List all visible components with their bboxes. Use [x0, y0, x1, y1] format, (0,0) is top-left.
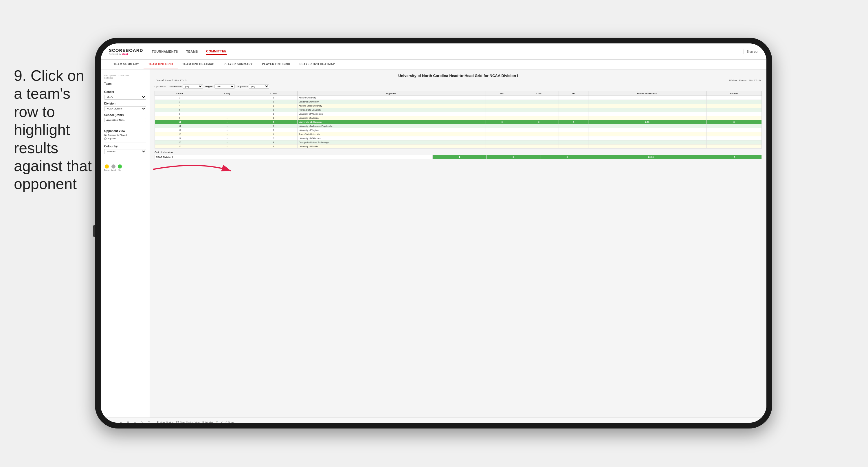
table-cell: 2 — [249, 112, 298, 116]
table-cell — [519, 124, 559, 128]
bottom-toolbar: ↩ ↪ ↩ ⊞ ✂ ⟳ ⏱ | 👁 View: Original 💾 Save … — [101, 417, 767, 423]
colour-by-select[interactable]: Win/loss — [104, 149, 146, 154]
clipboard-btn[interactable]: 📋 — [216, 421, 219, 423]
redo-btn[interactable]: ↪ — [112, 420, 116, 423]
table-cell: 1 — [249, 96, 298, 100]
gender-label: Gender — [104, 90, 146, 93]
table-cell: - — [205, 108, 249, 112]
out-div-tie: 0 — [540, 155, 594, 159]
save-icon: 💾 — [176, 421, 179, 423]
refresh-btn[interactable]: ⟳ — [140, 420, 144, 423]
filter-row: Opponents: Conference (All) Region (All) — [155, 84, 762, 89]
col-reg: # Reg — [205, 91, 249, 96]
table-cell — [485, 140, 519, 144]
view-original-btn[interactable]: 👁 View: Original — [157, 421, 174, 423]
back-btn[interactable]: ↩ — [119, 420, 123, 423]
table-cell: 15 — [155, 140, 205, 144]
table-cell — [588, 140, 706, 144]
tab-player-h2h-grid[interactable]: PLAYER H2H GRID — [257, 60, 295, 69]
table-cell — [559, 116, 588, 120]
table-cell — [559, 96, 588, 100]
tab-player-summary[interactable]: PLAYER SUMMARY — [219, 60, 257, 69]
table-cell: 9 — [155, 116, 205, 120]
region-select[interactable]: (All) — [214, 84, 235, 89]
sign-out-link[interactable]: Sign out — [747, 50, 758, 53]
share-btn[interactable]: ↗ Share — [225, 421, 234, 423]
cut-btn[interactable]: ✂ — [132, 420, 137, 423]
table-row[interactable]: 8-2University of Washington — [155, 112, 762, 116]
tab-team-summary[interactable]: TEAM SUMMARY — [109, 60, 144, 69]
table-cell: 2.61 — [588, 120, 706, 124]
table-cell — [588, 100, 706, 104]
col-opponent: Opponent — [298, 91, 485, 96]
legend-level-icon — [112, 165, 116, 169]
radio-opponents-played-icon — [104, 134, 106, 136]
table-row[interactable]: 4-1Arizona State University — [155, 104, 762, 108]
table-cell: - — [205, 112, 249, 116]
out-div-loss: 0 — [486, 155, 540, 159]
table-cell — [519, 132, 559, 136]
out-div-rounds: 3 — [708, 155, 762, 159]
grid-btn[interactable]: ⊞ — [126, 420, 130, 423]
tab-player-h2h-heatmap[interactable]: PLAYER H2H HEATMAP — [295, 60, 340, 69]
watch-btn[interactable]: 👁 Watch ▾ — [202, 421, 214, 423]
grid-records: Overall Record: 89 - 17 - 0 Division Rec… — [155, 79, 762, 82]
tab-team-h2h-grid[interactable]: TEAM H2H GRID — [144, 60, 178, 69]
table-cell: - — [205, 116, 249, 120]
table-row[interactable]: 12-3University of Virginia — [155, 128, 762, 132]
radio-opponents-played[interactable]: Opponents Played — [104, 134, 146, 136]
table-cell — [559, 100, 588, 104]
opponent-select[interactable]: (All) — [249, 84, 269, 89]
table-cell — [588, 104, 706, 108]
table-cell: 3 — [249, 116, 298, 120]
table-row[interactable]: 6-2Florida State University — [155, 108, 762, 112]
timer-btn[interactable]: ⏱ — [147, 420, 151, 423]
radio-top100[interactable]: Top 100 — [104, 137, 146, 140]
table-cell — [588, 116, 706, 120]
grid-title: University of North Carolina Head-to-Hea… — [155, 74, 762, 78]
undo-btn[interactable]: ↩ — [105, 420, 110, 423]
table-cell: 4 — [249, 140, 298, 144]
save-custom-view-btn[interactable]: 💾 Save Custom View — [176, 421, 199, 423]
nav-committee[interactable]: COMMITTEE — [206, 48, 227, 55]
gender-select[interactable]: Men's — [104, 95, 146, 99]
table-row[interactable]: 11-5University of Alabama3002.618 — [155, 120, 762, 124]
school-label: School (Rank) — [104, 114, 146, 117]
conference-select[interactable]: (All) — [183, 84, 203, 89]
school-input[interactable] — [104, 118, 146, 122]
table-row[interactable]: 2-1Auburn University — [155, 96, 762, 100]
instruction-text: 9. Click on a team's row to highlight re… — [14, 66, 95, 193]
table-row[interactable]: 13-1Texas Tech University — [155, 132, 762, 136]
expand-btn[interactable]: ⤢ — [221, 421, 223, 423]
table-row[interactable]: 15-4Georgia Institute of Technology — [155, 140, 762, 144]
table-cell: 2 — [249, 108, 298, 112]
table-cell — [706, 104, 762, 108]
nav-teams[interactable]: TEAMS — [186, 49, 198, 54]
table-cell: - — [205, 124, 249, 128]
table-cell — [588, 124, 706, 128]
nav-tournaments[interactable]: TOURNAMENTS — [152, 49, 178, 54]
table-row[interactable]: 3-2Vanderbilt University — [155, 100, 762, 104]
logo-powered: Powered by clippi — [109, 53, 143, 55]
table-cell: University of Oklahoma — [298, 136, 485, 140]
table-row[interactable]: 9-3University of Arizona — [155, 116, 762, 120]
tab-team-h2h-heatmap[interactable]: TEAM H2H HEATMAP — [178, 60, 219, 69]
conference-filter: Conference (All) — [169, 84, 203, 89]
table-cell: 13 — [155, 132, 205, 136]
table-cell — [485, 108, 519, 112]
legend: Down Level Up — [104, 165, 146, 171]
table-cell — [485, 128, 519, 132]
division-select[interactable]: NCAA Division I — [104, 106, 146, 111]
table-row[interactable]: 14-2University of Oklahoma — [155, 136, 762, 140]
out-division-row[interactable]: NCAA Division II 1 0 0 26.00 3 — [155, 155, 762, 159]
table-cell: 5 — [249, 120, 298, 124]
table-cell — [519, 128, 559, 132]
table-cell — [588, 96, 706, 100]
table-cell: - — [205, 104, 249, 108]
table-cell: 3 — [485, 120, 519, 124]
table-cell: Auburn University — [298, 96, 485, 100]
table-cell: - — [205, 144, 249, 148]
colour-by-label: Colour by — [104, 145, 146, 148]
table-row[interactable]: 16-3University of Florida — [155, 144, 762, 148]
table-row[interactable]: 11-6University of Arkansas, Fayetteville — [155, 124, 762, 128]
